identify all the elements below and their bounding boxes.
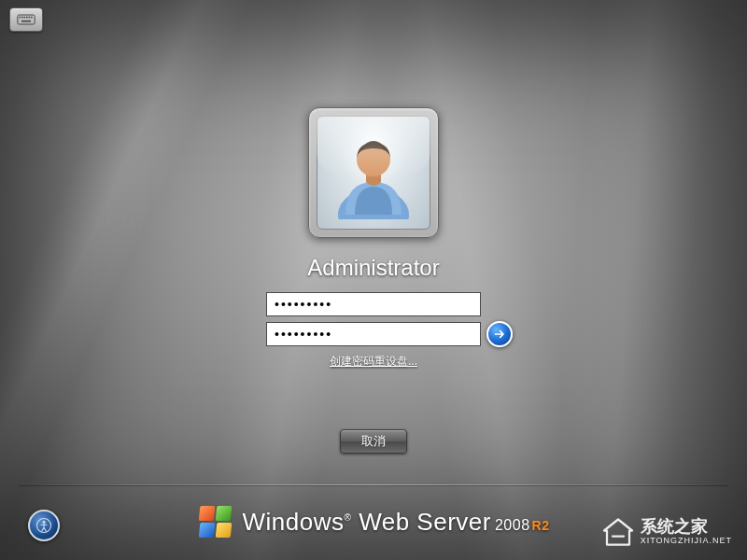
svg-rect-1: [20, 17, 21, 19]
watermark-house-icon: [601, 515, 635, 549]
watermark: 系统之家 XITONGZHIJIA.NET: [601, 515, 732, 549]
ease-of-access-icon: [35, 517, 52, 534]
password-reset-link[interactable]: 创建密码重设盘...: [330, 354, 417, 370]
password-input-1[interactable]: [266, 292, 481, 316]
password-row-2: [266, 322, 481, 346]
windows-flag-icon: [198, 504, 233, 539]
brand-year: 2008: [495, 517, 530, 533]
watermark-text: 系统之家 XITONGZHIJIA.NET: [641, 518, 732, 546]
brand-mid: Web Server: [359, 508, 491, 536]
password-input-2[interactable]: [266, 322, 481, 346]
brand-suffix: R2: [532, 518, 550, 533]
ease-of-access-button[interactable]: [28, 510, 60, 541]
username-label: Administrator: [307, 255, 439, 281]
user-avatar-tile: [308, 107, 439, 238]
bottom-divider: [19, 484, 728, 485]
user-icon: [327, 126, 420, 219]
brand-prefix: Windows: [243, 508, 345, 536]
on-screen-keyboard-button[interactable]: [9, 7, 43, 32]
svg-rect-7: [21, 21, 31, 22]
branding-text: Windows® Web Server2008R2: [243, 508, 550, 537]
os-branding: Windows® Web Server2008R2: [198, 504, 550, 539]
submit-button[interactable]: [486, 321, 513, 347]
svg-rect-6: [31, 17, 33, 19]
svg-rect-2: [21, 17, 23, 19]
svg-rect-0: [18, 15, 35, 24]
svg-rect-3: [24, 17, 26, 19]
svg-rect-5: [29, 17, 31, 19]
watermark-sub: XITONGZHIJIA.NET: [641, 537, 732, 546]
arrow-right-icon: [492, 327, 507, 342]
user-avatar: [317, 116, 430, 230]
password-row-1: [266, 292, 481, 316]
login-panel: Administrator 创建密码重设盘...: [243, 107, 504, 370]
svg-rect-4: [26, 17, 28, 19]
keyboard-icon: [17, 13, 35, 26]
brand-tm: ®: [345, 512, 352, 523]
watermark-main: 系统之家: [641, 518, 732, 537]
cancel-button[interactable]: 取消: [340, 429, 407, 454]
